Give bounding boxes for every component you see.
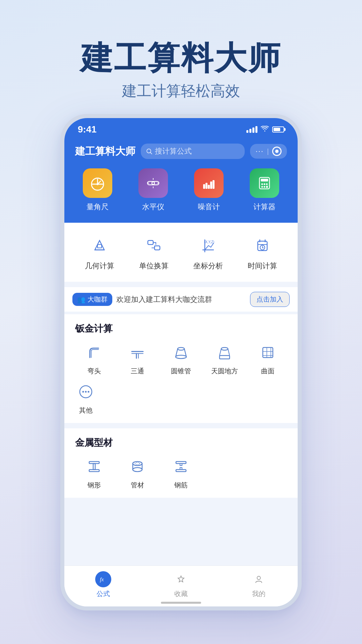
favorites-tab-icon	[173, 571, 189, 587]
svg-point-17	[264, 186, 265, 188]
tool-label-gauge: 量角尺	[86, 202, 109, 212]
app-header-title: 建工算料大师	[75, 145, 135, 158]
app-header: 建工算料大师 搜计算公式 ··· |	[64, 138, 298, 168]
tool-icon-gauge	[83, 168, 112, 198]
tool-item-calc[interactable]: 计算器	[239, 168, 290, 212]
svg-point-45	[85, 391, 87, 393]
svg-rect-9	[203, 184, 205, 189]
more-icon[interactable]: ···	[255, 147, 263, 156]
tab-profile-label: 我的	[252, 589, 265, 598]
svg-point-51	[133, 468, 142, 472]
round-square-icon	[214, 342, 235, 363]
item-curve[interactable]: 曲面	[249, 342, 287, 376]
category-label-convert: 单位换算	[139, 261, 169, 271]
svg-rect-19	[98, 245, 102, 248]
svg-text:(X,Y,Z): (X,Y,Z)	[204, 240, 214, 244]
battery-icon	[272, 126, 284, 132]
tool-item-noise[interactable]: 噪音计	[184, 168, 234, 212]
tab-favorites[interactable]: 收藏	[173, 571, 189, 598]
banner-join-button[interactable]: 点击加入	[250, 292, 290, 307]
tool-label-calc: 计算器	[253, 202, 276, 212]
metal-materials-grid: 钢形 管材	[75, 456, 287, 490]
tool-icon-noise	[194, 168, 224, 198]
banner-tag-text: 大咖群	[87, 295, 108, 304]
svg-point-60	[257, 576, 260, 580]
svg-rect-10	[213, 180, 215, 189]
sheet-metal-section: 钣金计算 弯头	[64, 314, 298, 423]
convert-icon	[142, 233, 166, 257]
category-item-geometry[interactable]: 几何计算	[75, 233, 124, 271]
formula-tab-icon: fx	[95, 571, 111, 587]
item-round-square[interactable]: 天圆地方	[205, 342, 244, 376]
svg-rect-57	[180, 464, 182, 466]
item-tee[interactable]: 三通	[119, 342, 157, 376]
status-icons	[246, 125, 284, 134]
svg-rect-20	[148, 240, 153, 245]
tab-formula[interactable]: fx 公式	[95, 571, 111, 598]
sheet-metal-grid: 弯头 三通	[75, 342, 287, 376]
svg-rect-38	[263, 347, 273, 358]
category-item-coordinate[interactable]: (X,Y,Z) 坐标分析	[184, 233, 233, 271]
tool-label-level: 水平仪	[142, 202, 164, 212]
header-actions: ··· |	[250, 144, 287, 159]
item-pipe-label: 管材	[131, 481, 144, 490]
tab-favorites-label: 收藏	[174, 589, 188, 598]
item-pipe[interactable]: 管材	[119, 456, 157, 490]
profile-tab-icon	[251, 571, 267, 587]
svg-line-1	[150, 153, 152, 154]
svg-line-37	[228, 349, 230, 356]
page-title: 建工算料大师	[0, 40, 362, 76]
svg-point-16	[261, 186, 263, 188]
tool-item-gauge[interactable]: 量角尺	[72, 168, 123, 212]
category-item-time[interactable]: 时间计算	[238, 233, 287, 271]
item-cone-label: 圆锥管	[171, 367, 191, 376]
item-cone[interactable]: 圆锥管	[162, 342, 200, 376]
phone-frame: 9:41	[60, 114, 302, 610]
item-rebar-label: 钢筋	[174, 481, 188, 490]
steel-shape-icon	[83, 456, 105, 477]
item-other[interactable]: 其他	[75, 381, 97, 415]
svg-point-15	[266, 183, 268, 185]
category-label-geometry: 几何计算	[85, 261, 114, 271]
geometry-icon	[88, 233, 111, 257]
status-time: 9:41	[78, 124, 97, 135]
metal-materials-section: 金属型材 钢形	[64, 428, 298, 498]
sheet-metal-title: 钣金计算	[75, 322, 287, 335]
tab-profile[interactable]: 我的	[251, 571, 267, 598]
svg-rect-35	[220, 356, 230, 359]
cone-icon	[170, 342, 192, 363]
svg-point-31	[176, 355, 186, 359]
svg-text:fx: fx	[100, 577, 104, 583]
item-elbow-label: 弯头	[87, 367, 101, 376]
svg-rect-6	[208, 185, 210, 189]
svg-point-13	[261, 183, 263, 185]
community-banner: 👥 大咖群 欢迎加入建工算料大咖交流群 点击加入	[64, 287, 298, 312]
item-rebar[interactable]: 钢筋	[162, 456, 200, 490]
other-icon	[75, 381, 97, 402]
quick-tools-grid: 量角尺 水平仪	[64, 168, 298, 223]
tool-icon-level	[138, 168, 168, 198]
page-header: 建工算料大师 建工计算轻松高效	[0, 0, 362, 114]
svg-point-54	[135, 463, 140, 465]
phone-mockup: 9:41	[60, 114, 302, 610]
time-icon	[251, 233, 274, 257]
search-bar[interactable]: 搜计算公式	[141, 144, 245, 159]
rebar-icon	[170, 456, 192, 477]
status-bar: 9:41	[64, 118, 298, 138]
record-icon[interactable]	[272, 147, 282, 156]
category-section: 几何计算 单位换算	[64, 223, 298, 282]
search-icon	[146, 148, 152, 154]
svg-rect-49	[93, 464, 95, 470]
tool-item-level[interactable]: 水平仪	[128, 168, 178, 212]
svg-point-34	[221, 347, 228, 350]
coordinate-icon: (X,Y,Z)	[196, 233, 220, 257]
item-steel-shape[interactable]: 钢形	[75, 456, 113, 490]
svg-point-14	[264, 183, 265, 185]
category-item-convert[interactable]: 单位换算	[129, 233, 178, 271]
main-scroll[interactable]: 几何计算 单位换算	[64, 223, 298, 610]
item-elbow[interactable]: 弯头	[75, 342, 113, 376]
svg-rect-18	[266, 186, 268, 188]
item-steel-shape-label: 钢形	[87, 481, 101, 490]
svg-point-0	[147, 149, 151, 153]
wifi-icon	[261, 125, 269, 134]
